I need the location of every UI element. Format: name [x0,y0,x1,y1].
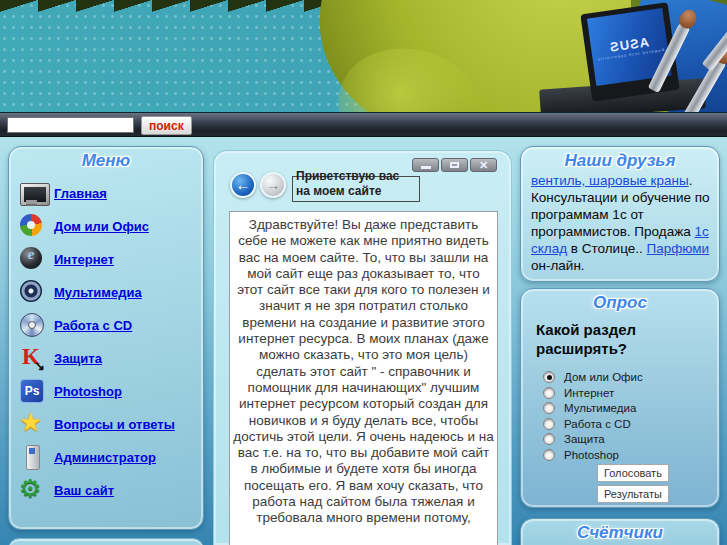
menu-link[interactable]: Photoshop [54,384,122,399]
poll-option[interactable]: Интернет [543,387,719,399]
speaker-icon [19,279,45,305]
radio-icon[interactable] [543,449,555,461]
cd-icon [19,312,45,338]
computer-icon [19,180,45,206]
content-panel: ✕ ← → Приветствую вас на моем сайте Здра… [213,150,512,545]
friends-title: Наши друзья [521,147,719,171]
menu-link[interactable]: Главная [54,186,107,201]
menu-item[interactable]: Ваш сайт [19,478,203,502]
close-icon[interactable]: ✕ [470,158,497,172]
poll-option[interactable]: Работа с CD [543,418,719,430]
menu-link[interactable]: Интернет [54,252,114,267]
friends-panel: Наши друзья вентиль, шаровые краны. Конс… [520,146,720,282]
menu-link[interactable]: Защита [54,351,102,366]
vote-button[interactable]: Голосовать [597,464,669,482]
poll-panel: Опрос Какой раздел расширять? Дом или Оф… [520,288,720,508]
menu-link[interactable]: Администратор [54,450,156,465]
lower-left-panel-edge [8,538,204,545]
page: ASUS Powered tech superiority поиск Меню… [0,0,727,545]
radio-icon[interactable] [543,371,555,383]
maximize-icon[interactable] [441,158,468,172]
menu-item[interactable]: Администратор [19,445,203,469]
menu-item[interactable]: Мультимедиа [19,280,203,304]
gear-icon [19,477,45,503]
radio-icon[interactable] [543,418,555,430]
search-bar: поиск [0,112,727,137]
radio-icon[interactable] [543,433,555,445]
menu-link[interactable]: Ваш сайт [54,483,114,498]
menu-item[interactable]: Дом или Офис [19,214,203,238]
friends-text: вентиль, шаровые краны. Консультации и о… [521,171,719,274]
forward-arrow-icon[interactable]: → [260,172,286,198]
phone-icon [19,444,45,470]
friends-link-valves[interactable]: вентиль, шаровые краны [531,173,689,188]
menu-link[interactable]: Дом или Офис [54,219,149,234]
menu-item[interactable]: Интернет [19,247,203,271]
poll-question: Какой раздел расширять? [536,320,686,358]
menu-link[interactable]: Работа с CD [54,318,132,333]
window-controls: ✕ [412,158,497,172]
menu-item[interactable]: Работа с CD [19,313,203,337]
internet-icon [19,246,45,272]
back-arrow-icon[interactable]: ← [230,172,256,198]
poll-option[interactable]: Защита [543,433,719,445]
welcome-article: Здравствуйте! Вы даже представить себе н… [229,211,498,545]
joomla-icon [19,213,45,239]
menu-item[interactable]: Главная [19,181,203,205]
radio-icon[interactable] [543,387,555,399]
poll-title: Опрос [521,289,719,313]
kaspersky-icon [19,345,45,371]
menu-list: Главная Дом или Офис Интернет Мультимеди… [9,181,203,502]
menu-item[interactable]: Photoshop [19,379,203,403]
search-input[interactable] [7,117,134,133]
menu-panel: Меню Главная Дом или Офис Интернет [8,146,204,530]
menu-link[interactable]: Вопросы и ответы [54,417,175,432]
menu-link[interactable]: Мультимедиа [54,285,142,300]
radio-icon[interactable] [543,402,555,414]
poll-option[interactable]: Мультимедиа [543,402,719,414]
results-button[interactable]: Результаты [597,485,669,503]
search-button[interactable]: поиск [141,116,192,135]
menu-title: Меню [9,147,203,171]
photoshop-icon [19,378,45,404]
counters-title: Счётчики [521,519,719,543]
counters-panel: Счётчики [520,518,720,545]
header-banner: ASUS Powered tech superiority [0,0,727,112]
poll-option[interactable]: Photoshop [543,449,719,461]
poll-options: Дом или Офис Интернет Мультимедиа Работа… [543,371,719,461]
menu-item[interactable]: Защита [19,346,203,370]
poll-option[interactable]: Дом или Офис [543,371,719,383]
menu-item[interactable]: Вопросы и ответы [19,412,203,436]
page-title: Приветствую вас на моем сайте [292,176,420,202]
star-icon [19,411,45,437]
friends-link-parfume[interactable]: Парфюми [647,241,710,256]
